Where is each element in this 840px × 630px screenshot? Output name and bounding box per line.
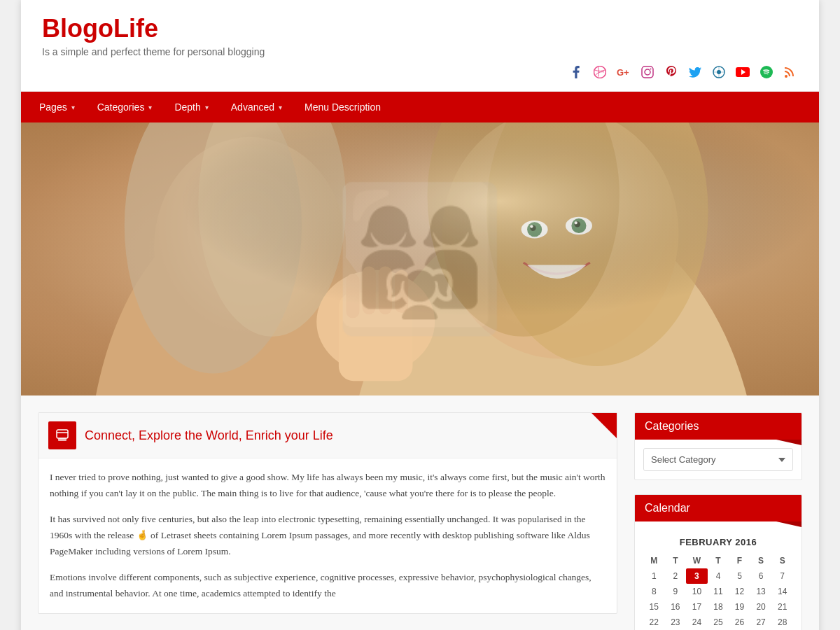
svg-rect-36 — [57, 430, 68, 438]
svg-rect-33 — [379, 267, 392, 315]
content-area: Connect, Explore the World, Enrich your … — [21, 396, 819, 630]
calendar-day[interactable]: 20 — [750, 599, 772, 615]
post-paragraph-3: Emotions involve different components, s… — [50, 570, 606, 602]
main-content: Connect, Explore the World, Enrich your … — [38, 412, 617, 630]
nav-dropdown-arrow: ▾ — [279, 104, 282, 111]
post-body: I never tried to prove nothing, just wan… — [38, 458, 617, 613]
svg-point-4 — [650, 69, 652, 70]
calendar-day[interactable]: 10 — [686, 584, 708, 599]
calendar-day[interactable]: 22 — [643, 615, 665, 630]
nav-dropdown-arrow: ▾ — [71, 104, 75, 111]
calendar-day[interactable]: 18 — [708, 599, 729, 615]
svg-point-3 — [645, 69, 650, 75]
facebook-icon[interactable] — [568, 64, 584, 80]
nav-dropdown-arrow: ▾ — [148, 104, 152, 111]
calendar-widget-title: Calendar — [635, 495, 802, 522]
svg-point-10 — [785, 75, 788, 78]
calendar-week-3: 22232425262728 — [643, 615, 793, 630]
nav-dropdown-arrow: ▾ — [205, 104, 209, 111]
post-paragraph-2: It has survived not only five centuries,… — [50, 512, 606, 560]
sidebar: Categories Select Category Travel Lifest… — [634, 412, 802, 630]
post-card: Connect, Explore the World, Enrich your … — [38, 412, 617, 614]
post-icon — [48, 421, 76, 449]
post-header: Connect, Explore the World, Enrich your … — [38, 413, 617, 458]
calendar-week-0: 1234567 — [643, 568, 793, 584]
svg-text:G+: G+ — [617, 67, 629, 77]
svg-rect-31 — [346, 274, 359, 318]
calendar-table: M T W T F S S 12345678910111213141516171… — [643, 553, 793, 630]
calendar-day[interactable]: 16 — [665, 599, 687, 615]
calendar-week-1: 891011121314 — [643, 584, 793, 599]
calendar-day[interactable]: 11 — [708, 584, 729, 599]
calendar-day[interactable]: 27 — [750, 615, 772, 630]
calendar-month-header: FEBRUARY 2016 — [643, 530, 793, 553]
cal-header-t2: T — [708, 553, 729, 568]
calendar-day[interactable]: 21 — [771, 599, 793, 615]
site-header: BlogoLife Is a simple and perfect theme … — [21, 0, 819, 92]
post-paragraph-1: I never tried to prove nothing, just wan… — [50, 470, 606, 502]
categories-widget: Categories Select Category Travel Lifest… — [634, 412, 802, 480]
calendar-day[interactable]: 24 — [686, 615, 708, 630]
nav-item-depth[interactable]: Depth▾ — [163, 92, 219, 122]
calendar-widget: Calendar FEBRUARY 2016 M T W T F S — [634, 494, 802, 630]
spotify-icon[interactable] — [759, 64, 774, 80]
calendar-day[interactable]: 6 — [750, 568, 772, 584]
nav-item-menu-description[interactable]: Menu Description — [293, 92, 392, 122]
calendar-day[interactable]: 17 — [686, 599, 708, 615]
calendar-day[interactable]: 4 — [708, 568, 729, 584]
rss-icon[interactable] — [783, 64, 798, 80]
calendar-widget-body: FEBRUARY 2016 M T W T F S S — [635, 522, 802, 630]
post-corner-decoration — [592, 413, 617, 438]
calendar-day[interactable]: 25 — [708, 615, 729, 630]
calendar-day[interactable]: 5 — [729, 568, 750, 584]
calendar-day[interactable]: 7 — [771, 568, 793, 584]
svg-rect-32 — [363, 267, 376, 315]
calendar-day[interactable]: 1 — [643, 568, 665, 584]
nav-item-pages[interactable]: Pages▾ — [28, 92, 86, 122]
calendar-day[interactable]: 26 — [729, 615, 750, 630]
dribbble-icon[interactable] — [592, 64, 608, 80]
calendar-week-2: 15161718192021 — [643, 599, 793, 615]
nav-item-categories[interactable]: Categories▾ — [86, 92, 164, 122]
calendar-day[interactable]: 14 — [771, 584, 793, 599]
categories-widget-body: Select Category Travel Lifestyle Technol… — [635, 440, 802, 479]
cal-header-s2: S — [771, 553, 793, 568]
calendar-day[interactable]: 8 — [643, 584, 665, 599]
twitter-icon[interactable] — [687, 64, 703, 80]
calendar-day[interactable]: 19 — [729, 599, 750, 615]
pinterest-icon[interactable] — [664, 64, 679, 80]
svg-rect-2 — [642, 66, 653, 78]
youtube-icon[interactable] — [735, 64, 750, 80]
cal-header-f: F — [729, 553, 750, 568]
calendar-day[interactable]: 3 — [686, 568, 708, 584]
svg-rect-35 — [21, 122, 819, 396]
page-wrapper: BlogoLife Is a simple and perfect theme … — [21, 0, 819, 630]
cal-header-s1: S — [750, 553, 772, 568]
calendar-day[interactable]: 23 — [665, 615, 687, 630]
calendar-day[interactable]: 13 — [750, 584, 772, 599]
calendar-day-headers: M T W T F S S — [643, 553, 793, 568]
site-description: Is a simple and perfect theme for person… — [42, 46, 798, 57]
category-select[interactable]: Select Category Travel Lifestyle Technol… — [643, 448, 793, 471]
instagram-icon[interactable] — [640, 64, 655, 80]
cal-header-m: M — [643, 553, 665, 568]
calendar-day[interactable]: 12 — [729, 584, 750, 599]
nav-item-advanced[interactable]: Advanced▾ — [220, 92, 293, 122]
wordpress-icon[interactable] — [711, 64, 727, 80]
main-nav: Pages▾Categories▾Depth▾Advanced▾Menu Des… — [21, 92, 819, 122]
cal-header-w: W — [686, 553, 708, 568]
social-icons-bar: G+ — [42, 57, 798, 84]
calendar-day[interactable]: 28 — [771, 615, 793, 630]
categories-widget-title: Categories — [635, 413, 802, 440]
svg-rect-37 — [58, 438, 66, 441]
post-title: Connect, Explore the World, Enrich your … — [85, 428, 607, 443]
google-plus-icon[interactable]: G+ — [616, 64, 631, 80]
calendar-day[interactable]: 15 — [643, 599, 665, 615]
cal-header-t1: T — [665, 553, 687, 568]
calendar-day[interactable]: 9 — [665, 584, 687, 599]
site-title: BlogoLife — [42, 14, 798, 43]
calendar-day[interactable]: 2 — [665, 568, 687, 584]
hero-image — [21, 122, 819, 396]
calendar-body: 1234567891011121314151617181920212223242… — [643, 568, 793, 630]
svg-rect-34 — [395, 270, 408, 313]
